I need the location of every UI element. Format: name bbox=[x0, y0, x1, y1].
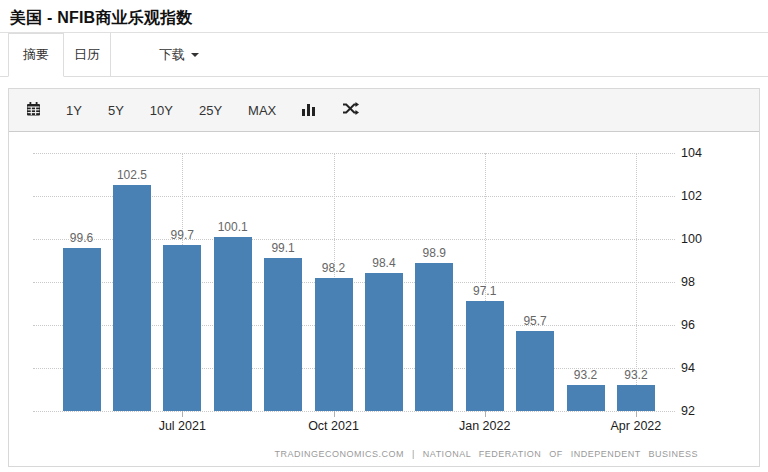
x-axis-tick bbox=[334, 411, 335, 417]
tab-calendar[interactable]: 日历 bbox=[64, 33, 111, 76]
bar-value-label: 93.2 bbox=[609, 368, 663, 382]
bar-value-label: 98.4 bbox=[357, 256, 411, 270]
bar-value-label: 98.9 bbox=[407, 246, 461, 260]
bar-value-label: 93.2 bbox=[559, 368, 613, 382]
bar[interactable] bbox=[516, 331, 554, 411]
caret-down-icon bbox=[191, 53, 199, 57]
bar[interactable] bbox=[315, 278, 353, 411]
bar-value-label: 98.2 bbox=[307, 261, 361, 275]
range-25y-button[interactable]: 25Y bbox=[199, 103, 222, 118]
shuffle-icon bbox=[342, 102, 359, 118]
bar-value-label: 99.1 bbox=[256, 241, 310, 255]
source-attribution: TRADINGECONOMICS.COM | NATIONAL FEDERATI… bbox=[9, 449, 698, 459]
bar-value-label: 100.1 bbox=[206, 220, 260, 234]
range-max-button[interactable]: MAX bbox=[248, 103, 276, 118]
x-axis-tick bbox=[485, 411, 486, 417]
x-axis-label: Jul 2021 bbox=[140, 419, 224, 433]
page-header: 美国 - NFIB商业乐观指数 bbox=[0, 0, 768, 33]
tab-download-label: 下载 bbox=[159, 46, 185, 64]
y-axis-label: 94 bbox=[681, 360, 695, 376]
x-axis-label: Oct 2021 bbox=[292, 419, 376, 433]
bar[interactable] bbox=[415, 263, 453, 411]
bar-value-label: 99.7 bbox=[155, 228, 209, 242]
calendar-button[interactable] bbox=[27, 102, 40, 119]
page-title: 美国 - NFIB商业乐观指数 bbox=[10, 8, 758, 29]
bar-value-label: 102.5 bbox=[105, 168, 159, 182]
calendar-icon bbox=[27, 102, 40, 119]
y-axis-label: 98 bbox=[681, 274, 695, 290]
chart-container: 1Y 5Y 10Y 25Y MAX bbox=[8, 88, 760, 467]
bar-value-label: 97.1 bbox=[458, 284, 512, 298]
y-gridline bbox=[33, 411, 675, 412]
bar[interactable] bbox=[365, 273, 403, 411]
bar-value-label: 95.7 bbox=[508, 314, 562, 328]
bar[interactable] bbox=[264, 258, 302, 411]
y-axis-label: 102 bbox=[681, 188, 702, 204]
x-axis-tick bbox=[636, 411, 637, 417]
tab-summary[interactable]: 摘要 bbox=[8, 33, 64, 77]
bar-value-label: 99.6 bbox=[55, 231, 109, 245]
chart-canvas: 10410210098969492Jul 2021Oct 2021Jan 202… bbox=[9, 132, 759, 466]
bar[interactable] bbox=[617, 385, 655, 411]
range-1y-button[interactable]: 1Y bbox=[66, 103, 82, 118]
range-10y-button[interactable]: 10Y bbox=[150, 103, 173, 118]
chart-toolbar: 1Y 5Y 10Y 25Y MAX bbox=[9, 89, 759, 132]
bar[interactable] bbox=[163, 245, 201, 411]
bar[interactable] bbox=[466, 301, 504, 411]
bar[interactable] bbox=[113, 185, 151, 411]
bar[interactable] bbox=[63, 248, 101, 411]
y-axis-label: 104 bbox=[681, 145, 702, 161]
column-chart-icon bbox=[302, 102, 316, 119]
y-gridline bbox=[33, 153, 675, 154]
compare-button[interactable] bbox=[342, 102, 359, 118]
tab-summary-label: 摘要 bbox=[23, 46, 49, 64]
tab-bar: 摘要 日历 下载 bbox=[0, 33, 768, 77]
x-axis-tick bbox=[182, 411, 183, 417]
chart-type-button[interactable] bbox=[302, 102, 316, 119]
bar[interactable] bbox=[214, 237, 252, 411]
tab-download[interactable]: 下载 bbox=[153, 33, 205, 76]
tab-calendar-label: 日历 bbox=[74, 46, 100, 64]
bar[interactable] bbox=[567, 385, 605, 411]
y-axis-label: 100 bbox=[681, 231, 702, 247]
range-5y-button[interactable]: 5Y bbox=[108, 103, 124, 118]
x-axis-label: Apr 2022 bbox=[594, 419, 678, 433]
x-axis-label: Jan 2022 bbox=[443, 419, 527, 433]
y-axis-label: 96 bbox=[681, 317, 695, 333]
y-axis-label: 92 bbox=[681, 403, 695, 419]
